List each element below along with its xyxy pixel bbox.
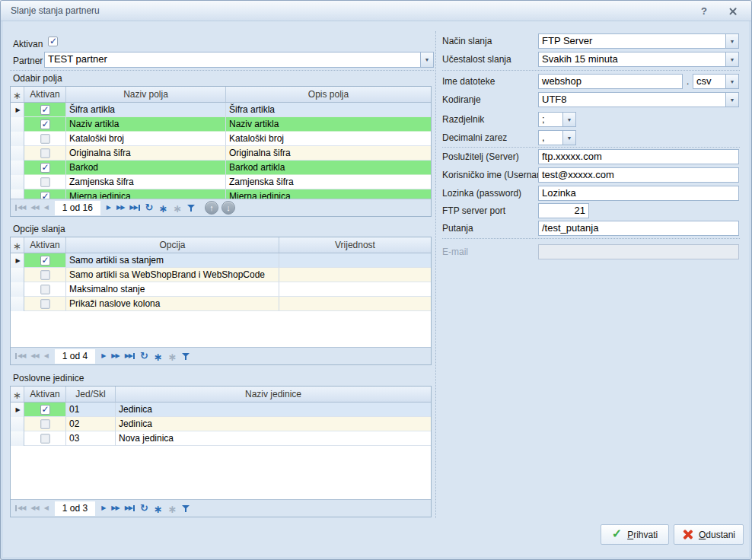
cell-opis-polja[interactable]: Šifra artikla <box>226 103 431 117</box>
new-record-icon[interactable]: ∗ <box>154 352 163 362</box>
column-header-aktivan[interactable]: Aktivan <box>24 387 66 402</box>
prihvati-button[interactable]: ✓ Prihvati <box>601 524 669 545</box>
row-checkbox[interactable] <box>40 148 50 158</box>
row-checkbox[interactable] <box>40 256 50 266</box>
title-bar[interactable]: Slanje stanja partneru ? <box>1 1 751 21</box>
column-header-jed-skl[interactable]: Jed/Skl <box>66 387 116 402</box>
table-row[interactable]: 03 Nova jedinica <box>11 431 431 446</box>
pager-first-icon[interactable]: ◀◀ <box>15 205 25 211</box>
kodiranje-combobox[interactable]: UTF8 ▼ <box>538 92 739 107</box>
table-row[interactable]: Samo artikli sa WebShopBrand i WebShopCo… <box>11 268 431 282</box>
row-checkbox[interactable] <box>40 177 50 187</box>
table-row[interactable]: Originalna šifra Originalna šifra <box>11 146 431 161</box>
column-header-aktivan[interactable]: Aktivan <box>24 237 66 253</box>
chevron-down-icon[interactable]: ▼ <box>725 52 738 66</box>
odustani-button[interactable]: Odustani <box>674 524 744 545</box>
table-row[interactable]: Mjerna jedinica Mjerna jedinica <box>11 189 431 199</box>
move-up-button[interactable]: ↑ <box>205 201 218 215</box>
cell-naziv-jedinice[interactable]: Jedinica <box>116 417 431 431</box>
table-row[interactable]: Zamjenska šifra Zamjenska šifra <box>11 175 431 189</box>
cell-opis-polja[interactable]: Barkod artikla <box>226 161 431 175</box>
column-header-opis-polja[interactable]: Opis polja <box>226 87 431 102</box>
row-checkbox[interactable] <box>40 105 50 115</box>
new-record-icon[interactable]: ∗ <box>154 504 163 514</box>
posluzitelj-input[interactable]: ftp.xxxxx.com <box>538 149 739 164</box>
pager-next-icon[interactable]: ▶ <box>101 505 106 511</box>
chevron-down-icon[interactable]: ▼ <box>725 34 738 48</box>
column-header-vrijednost[interactable]: Vrijednost <box>279 237 431 253</box>
filter-icon[interactable] <box>182 504 191 513</box>
table-row[interactable]: Kataloški broj Kataloški broj <box>11 132 431 146</box>
row-checkbox[interactable] <box>40 434 50 444</box>
ftp-port-input[interactable]: 21 <box>538 203 589 218</box>
chevron-down-icon[interactable]: ▼ <box>562 131 575 145</box>
row-checkbox[interactable] <box>40 134 50 144</box>
edit-record-icon[interactable]: ∗ <box>173 203 182 214</box>
cell-naziv-polja[interactable]: Barkod <box>66 161 226 175</box>
pager-first-icon[interactable]: ◀◀ <box>15 353 25 359</box>
putanja-input[interactable]: /test_putanja <box>538 221 739 236</box>
pager-last-icon[interactable]: ▶▶ <box>125 353 135 359</box>
pager-prev-page-icon[interactable]: ◀◀ <box>30 353 38 359</box>
pager-last-icon[interactable]: ▶▶ <box>129 205 139 211</box>
pager-prev-page-icon[interactable]: ◀◀ <box>30 505 38 511</box>
cell-opcija[interactable]: Samo artikli sa WebShopBrand i WebShopCo… <box>66 268 279 282</box>
table-row[interactable]: Maksimalno stanje <box>11 282 431 297</box>
column-header-naziv-jedinice[interactable]: Naziv jedinice <box>116 387 431 402</box>
row-checkbox[interactable] <box>40 270 50 280</box>
cell-opis-polja[interactable]: Originalna šifra <box>226 146 431 161</box>
table-row[interactable]: Naziv artikla Naziv artikla <box>11 117 431 132</box>
table-row[interactable]: 02 Jedinica <box>11 417 431 431</box>
table-row[interactable]: ▶ 01 Jedinica <box>11 402 431 417</box>
pager-last-icon[interactable]: ▶▶ <box>125 505 135 511</box>
extension-combobox[interactable]: csv ▼ <box>693 74 739 89</box>
pager-prev-icon[interactable]: ◀ <box>44 205 49 211</box>
refresh-icon[interactable]: ↻ <box>140 503 148 513</box>
pager-next-page-icon[interactable]: ▶▶ <box>116 205 124 211</box>
cell-vrijednost[interactable] <box>279 268 431 282</box>
korisnicko-ime-input[interactable]: test@xxxxx.com <box>538 167 739 183</box>
edit-record-icon[interactable]: ∗ <box>168 504 177 514</box>
cell-naziv-polja[interactable]: Šifra artikla <box>66 103 226 117</box>
row-checkbox[interactable] <box>40 405 50 415</box>
column-header-aktivan[interactable]: Aktivan <box>24 87 66 102</box>
cell-naziv-jedinice[interactable]: Jedinica <box>116 402 431 417</box>
pager-prev-page-icon[interactable]: ◀◀ <box>30 205 38 211</box>
cell-vrijednost[interactable] <box>279 253 431 268</box>
pager-next-page-icon[interactable]: ▶▶ <box>111 505 119 511</box>
ucestalost-slanja-combobox[interactable]: Svakih 15 minuta ▼ <box>538 52 739 67</box>
table-row[interactable]: ▶ Šifra artikla Šifra artikla <box>11 103 431 117</box>
table-row[interactable]: Barkod Barkod artikla <box>11 161 431 175</box>
row-checkbox[interactable] <box>40 299 50 309</box>
cell-vrijednost[interactable] <box>279 282 431 297</box>
cell-naziv-polja[interactable]: Zamjenska šifra <box>66 175 226 189</box>
filter-icon[interactable] <box>187 204 196 212</box>
cell-naziv-polja[interactable]: Naziv artikla <box>66 117 226 132</box>
table-row[interactable]: Prikaži naslove kolona <box>11 297 431 311</box>
row-checkbox[interactable] <box>40 285 50 294</box>
refresh-icon[interactable]: ↻ <box>140 351 148 361</box>
help-icon[interactable]: ? <box>698 5 710 17</box>
pager-next-icon[interactable]: ▶ <box>107 205 111 211</box>
pager-first-icon[interactable]: ◀◀ <box>15 505 25 511</box>
row-checkbox[interactable] <box>40 192 50 199</box>
ime-datoteke-input[interactable]: webshop <box>538 74 683 89</box>
cell-opis-polja[interactable]: Kataloški broj <box>226 132 431 146</box>
column-header-naziv-polja[interactable]: Naziv polja <box>66 87 226 102</box>
row-checkbox[interactable] <box>40 163 50 173</box>
chevron-down-icon[interactable]: ▼ <box>725 75 738 88</box>
refresh-icon[interactable]: ↻ <box>145 202 154 212</box>
new-record-icon[interactable]: ∗ <box>159 203 168 214</box>
pager-next-page-icon[interactable]: ▶▶ <box>111 353 119 359</box>
lozinka-input[interactable]: Lozinka <box>538 186 739 201</box>
pager-prev-icon[interactable]: ◀ <box>44 505 49 511</box>
select-all-header[interactable]: ∗ <box>11 87 24 102</box>
cell-jed-skl[interactable]: 02 <box>66 417 116 431</box>
cell-naziv-polja[interactable]: Mjerna jedinica <box>66 189 226 199</box>
aktivan-checkbox[interactable] <box>48 37 58 46</box>
cell-opcija[interactable]: Maksimalno stanje <box>66 282 279 297</box>
cell-vrijednost[interactable] <box>279 297 431 311</box>
cell-opis-polja[interactable]: Naziv artikla <box>226 117 431 132</box>
row-checkbox[interactable] <box>40 119 50 129</box>
move-down-button[interactable]: ↓ <box>221 201 235 215</box>
